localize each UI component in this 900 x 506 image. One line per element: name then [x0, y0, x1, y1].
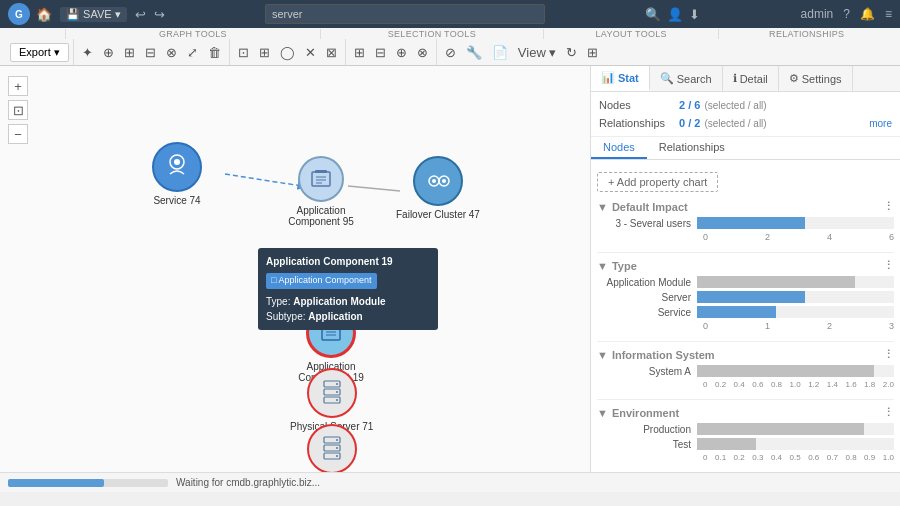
- select-tool-1[interactable]: ⊡: [234, 43, 253, 62]
- tab-stat[interactable]: 📊 Stat: [591, 66, 650, 91]
- search-bar: [265, 4, 545, 24]
- stat-rel-value: 0 / 2: [679, 117, 700, 129]
- select-tool-5[interactable]: ⊠: [322, 43, 341, 62]
- save-button[interactable]: 💾 SAVE ▾: [60, 7, 127, 22]
- graph-tool-delete[interactable]: 🗑: [204, 43, 225, 62]
- graph-tool-5[interactable]: ⊗: [162, 43, 181, 62]
- user-label: admin: [801, 7, 834, 21]
- toolbar-layout-tools: ⊞ ⊟ ⊕ ⊗: [346, 39, 437, 65]
- graph-tool-4[interactable]: ⊟: [141, 43, 160, 62]
- rel-tool-2[interactable]: 🔧: [462, 43, 486, 62]
- view-button[interactable]: View ▾: [514, 43, 561, 62]
- chart-more-info[interactable]: ⋮: [883, 348, 894, 361]
- search-input[interactable]: [265, 4, 545, 24]
- tab-detail[interactable]: ℹ Detail: [723, 66, 779, 91]
- node-physserver71[interactable]: Physical Server 71: [290, 368, 373, 432]
- selection-tools-label: SELECTION TOOLS: [321, 29, 544, 39]
- node-circle-failover47: [413, 156, 463, 206]
- type-label-1: Server: [597, 292, 697, 303]
- svg-point-3: [174, 159, 180, 165]
- bar-container-env-0: [697, 423, 894, 435]
- sub-tab-relationships[interactable]: Relationships: [647, 137, 737, 159]
- tooltip-subtype-value: Application: [308, 311, 362, 322]
- chart-bars-type: Application Module Server Service: [597, 276, 894, 331]
- divider-1: [597, 252, 894, 253]
- rel-tool-doc[interactable]: 📄: [488, 43, 512, 62]
- graph-tool-3[interactable]: ⊞: [120, 43, 139, 62]
- select-tool-4[interactable]: ✕: [301, 43, 320, 62]
- fit-button[interactable]: ⊡: [8, 100, 28, 120]
- node-physserver59[interactable]: Physical Server 59: [290, 424, 373, 472]
- home-icon[interactable]: 🏠: [36, 7, 52, 22]
- zoom-out-button[interactable]: −: [8, 124, 28, 144]
- node-failover47[interactable]: Failover Cluster 47: [396, 156, 480, 220]
- bar-container-env-1: [697, 438, 894, 450]
- node-appcomp95[interactable]: Application Component 95: [276, 156, 366, 227]
- bar-impact-0: [697, 217, 805, 229]
- svg-rect-4: [312, 172, 330, 186]
- rel-tool-grid[interactable]: ⊞: [583, 43, 602, 62]
- rel-tool-1[interactable]: ⊘: [441, 43, 460, 62]
- toolbar-relationships: ⊘ 🔧 📄 View ▾ ↻ ⊞: [437, 39, 607, 65]
- divider-2: [597, 341, 894, 342]
- server59-icon: [320, 435, 344, 463]
- tab-settings[interactable]: ⚙ Settings: [779, 66, 853, 91]
- stat-nodes-sub: (selected / all): [704, 100, 766, 111]
- chart-header-default-impact[interactable]: ▼ Default Impact ⋮: [597, 200, 894, 213]
- chart-row-info-0: System A: [597, 365, 894, 377]
- zoom-in-button[interactable]: +: [8, 76, 28, 96]
- stat-nodes-value: 2 / 6: [679, 99, 700, 111]
- toolbar: GRAPH TOOLS SELECTION TOOLS LAYOUT TOOLS…: [0, 28, 900, 66]
- chart-header-environment[interactable]: ▼ Environment ⋮: [597, 406, 894, 419]
- bar-container-info-0: [697, 365, 894, 377]
- tooltip-badge: □ Application Component: [266, 273, 377, 289]
- menu-icon[interactable]: ≡: [885, 7, 892, 21]
- add-chart-button[interactable]: + Add property chart: [597, 172, 718, 192]
- node-label-appcomp95: Application Component 95: [276, 205, 366, 227]
- main-area: + ⊡ − Service: [0, 66, 900, 472]
- node-circle-service74: [152, 142, 202, 192]
- chart-more-type[interactable]: ⋮: [883, 259, 894, 272]
- axis-labels-type: 0123: [597, 321, 894, 331]
- bar-type-1: [697, 291, 805, 303]
- type-label-2: Service: [597, 307, 697, 318]
- tab-search[interactable]: 🔍 Search: [650, 66, 723, 91]
- help-icon[interactable]: ?: [843, 7, 850, 21]
- chart-more-impact[interactable]: ⋮: [883, 200, 894, 213]
- layout-tool-2[interactable]: ⊟: [371, 43, 390, 62]
- redo-icon[interactable]: ↪: [154, 7, 165, 22]
- tooltip-type-value: Application Module: [293, 296, 385, 307]
- node-service74[interactable]: Service 74: [152, 142, 202, 206]
- rel-tool-refresh[interactable]: ↻: [562, 43, 581, 62]
- stat-rel-sub: (selected / all): [704, 118, 766, 129]
- more-link[interactable]: more: [869, 118, 892, 129]
- chart-header-type[interactable]: ▼ Type ⋮: [597, 259, 894, 272]
- export-button[interactable]: Export ▾: [10, 43, 69, 62]
- graph-tool-expand[interactable]: ⤢: [183, 43, 202, 62]
- chart-default-impact: ▼ Default Impact ⋮ 3 - Several users 024…: [597, 200, 894, 242]
- sub-tab-nodes[interactable]: Nodes: [591, 137, 647, 159]
- notifications-icon[interactable]: 🔔: [860, 7, 875, 21]
- graph-tool-1[interactable]: ✦: [78, 43, 97, 62]
- graph-canvas[interactable]: + ⊡ − Service: [0, 66, 590, 472]
- chart-environment: ▼ Environment ⋮ Production Test: [597, 406, 894, 462]
- layout-tool-4[interactable]: ⊗: [413, 43, 432, 62]
- search-icon[interactable]: 🔍: [645, 7, 661, 22]
- relationships-label: RELATIONSHIPS: [719, 29, 894, 39]
- server71-icon: [320, 379, 344, 407]
- svg-point-12: [442, 179, 446, 183]
- svg-point-28: [336, 455, 338, 457]
- select-tool-3[interactable]: ◯: [276, 43, 299, 62]
- status-bar: Waiting for cmdb.graphlytic.biz...: [0, 472, 900, 492]
- chart-header-info-system[interactable]: ▼ Information System ⋮: [597, 348, 894, 361]
- app-component-icon: [308, 166, 334, 192]
- undo-icon[interactable]: ↩: [135, 7, 146, 22]
- select-tool-2[interactable]: ⊞: [255, 43, 274, 62]
- layout-tool-1[interactable]: ⊞: [350, 43, 369, 62]
- user-icon[interactable]: 👤: [667, 7, 683, 22]
- graph-tool-2[interactable]: ⊕: [99, 43, 118, 62]
- download-icon[interactable]: ⬇: [689, 7, 700, 22]
- layout-tool-3[interactable]: ⊕: [392, 43, 411, 62]
- chart-more-env[interactable]: ⋮: [883, 406, 894, 419]
- collapse-arrow-type: ▼: [597, 260, 608, 272]
